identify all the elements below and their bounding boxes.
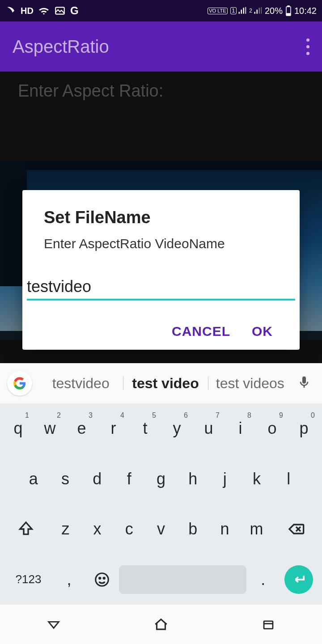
key-g[interactable]: g: [145, 460, 176, 498]
key-i[interactable]: i8: [225, 410, 256, 447]
key-f[interactable]: f: [114, 460, 144, 498]
key-v[interactable]: v: [145, 510, 176, 548]
clock: 10:42: [294, 6, 317, 16]
overflow-menu-button[interactable]: [306, 38, 309, 55]
space-key[interactable]: [119, 565, 246, 594]
emoji-key[interactable]: [86, 561, 118, 598]
soft-keyboard: testvideo test video test videos q1w2e3r…: [0, 363, 322, 605]
suggestion-bar: testvideo test video test videos: [0, 363, 322, 403]
sim1-signal-icon: 1: [230, 6, 247, 15]
mic-icon[interactable]: [297, 375, 315, 391]
key-z[interactable]: z: [50, 510, 81, 548]
key-q[interactable]: q1: [3, 410, 34, 447]
key-s[interactable]: s: [50, 460, 80, 498]
key-m[interactable]: m: [241, 510, 272, 548]
status-bar: HD G VO LTE 1 2 20% 10:42: [0, 0, 322, 21]
filename-input[interactable]: [27, 274, 295, 301]
app-bar: AspectRatio: [0, 21, 322, 72]
svg-point-6: [103, 577, 105, 579]
symbols-key[interactable]: ?123: [4, 561, 52, 598]
key-t[interactable]: t5: [130, 410, 161, 447]
key-e[interactable]: e3: [66, 410, 97, 447]
svg-point-4: [96, 573, 109, 586]
key-x[interactable]: x: [82, 510, 113, 548]
carrier-icon: [5, 5, 16, 16]
comma-key[interactable]: ,: [53, 561, 85, 598]
cancel-button[interactable]: CANCEL: [172, 324, 230, 339]
app-title: AspectRatio: [13, 37, 109, 57]
suggestion-3[interactable]: test videos: [208, 375, 292, 392]
shift-key[interactable]: [3, 510, 49, 548]
key-n[interactable]: n: [209, 510, 240, 548]
key-d[interactable]: d: [82, 460, 113, 498]
key-p[interactable]: p0: [288, 410, 319, 447]
google-icon: G: [70, 4, 79, 17]
key-c[interactable]: c: [114, 510, 144, 548]
google-badge[interactable]: [7, 371, 32, 396]
nav-home-button[interactable]: [148, 615, 174, 633]
key-l[interactable]: l: [273, 460, 304, 498]
key-w[interactable]: w2: [34, 410, 65, 447]
hd-indicator: HD: [21, 6, 34, 16]
backspace-key[interactable]: [273, 510, 319, 548]
ok-button[interactable]: OK: [252, 324, 273, 339]
key-row-2: asdfghjkl: [0, 454, 322, 504]
period-key[interactable]: .: [247, 561, 279, 598]
svg-rect-3: [287, 13, 290, 15]
nav-back-button[interactable]: [40, 615, 67, 633]
key-k[interactable]: k: [241, 460, 272, 498]
svg-rect-7: [264, 621, 273, 629]
key-row-1: q1w2e3r4t5y6u7i8o9p0: [0, 403, 322, 454]
key-u[interactable]: u7: [193, 410, 224, 447]
set-filename-dialog: Set FileName Enter AspectRatio VideoName…: [22, 190, 300, 350]
suggestion-1[interactable]: testvideo: [38, 375, 123, 392]
key-y[interactable]: y6: [161, 410, 192, 447]
wifi-icon: [38, 5, 50, 17]
picture-icon: [54, 5, 66, 17]
suggestion-2[interactable]: test video: [123, 375, 208, 392]
key-row-3: zxcvbnm: [0, 504, 322, 555]
volte-icon: VO LTE: [208, 8, 227, 14]
sim2-signal-icon: 2: [249, 6, 262, 15]
key-o[interactable]: o9: [257, 410, 288, 447]
battery-icon: [285, 5, 292, 16]
dialog-subtitle: Enter AspectRatio VideoName: [22, 236, 300, 274]
battery-percent: 20%: [265, 6, 283, 16]
key-j[interactable]: j: [209, 460, 240, 498]
enter-key[interactable]: [284, 565, 313, 594]
key-a[interactable]: a: [18, 460, 49, 498]
system-nav-bar: [0, 605, 322, 644]
key-h[interactable]: h: [178, 460, 208, 498]
key-r[interactable]: r4: [98, 410, 129, 447]
nav-recents-button[interactable]: [255, 615, 282, 633]
key-row-4: ?123 , .: [0, 555, 322, 605]
key-b[interactable]: b: [178, 510, 208, 548]
svg-rect-2: [288, 6, 289, 7]
svg-point-5: [99, 577, 101, 579]
dialog-title: Set FileName: [22, 208, 300, 236]
